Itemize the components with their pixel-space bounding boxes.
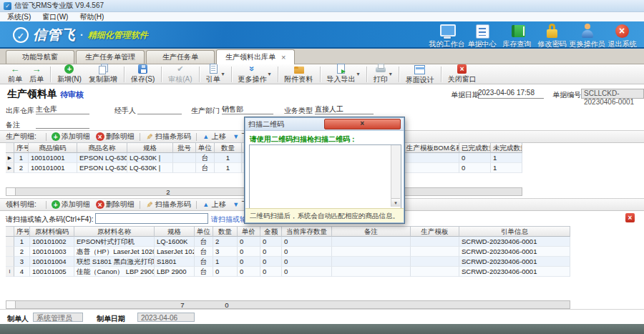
table-cell — [411, 247, 459, 257]
warehouse-field[interactable]: 主仓库 — [36, 104, 89, 114]
scrollbar[interactable] — [391, 145, 401, 207]
table-row[interactable]: 2100101003惠普（HP）LaserJet 1020LaserJet 10… — [6, 247, 570, 257]
toolbar-button-label: 附件资料 — [285, 74, 313, 84]
section1-del-button[interactable]: ×删除明细 — [96, 132, 135, 142]
section2-add-button[interactable]: +添加明细 — [52, 200, 90, 210]
table-cell: EPSON LQ-630K — [77, 163, 127, 173]
chevron-down-icon: ▾ — [268, 71, 271, 77]
doc-footer: 制单人 系统管理员 制单日期 2023-04-06 — [0, 309, 644, 325]
quick-action-desk[interactable]: 我的工作台 — [429, 23, 464, 49]
qr-textarea[interactable] — [250, 145, 393, 210]
dialog-titlebar[interactable]: 扫描二维码 × — [245, 118, 404, 131]
table-cell: 1 — [14, 153, 29, 163]
menu-item-2[interactable]: 帮助(H) — [79, 12, 104, 22]
toolbar-button-impexp[interactable]: 导入导出▾ — [325, 63, 362, 85]
table-cell: 2 — [14, 247, 30, 257]
department-field[interactable]: 销售部 — [222, 104, 273, 114]
table-row[interactable]: 3100101004联想 S1801 黑白激光打印机S1801台1000SCRW… — [6, 257, 570, 267]
handler-field[interactable] — [137, 104, 182, 114]
quick-action-user[interactable]: 更换操作员 — [570, 23, 605, 49]
table1-qty-total: 2 — [161, 188, 175, 196]
toolbar-button-prev[interactable]: ←前单 — [6, 63, 24, 85]
section2-up-button[interactable]: ▲上移 — [202, 200, 226, 210]
doc-date-value[interactable]: 2023-04-06 17:58 — [478, 89, 544, 99]
toolbar-button-save[interactable]: 保存(S) — [129, 64, 157, 85]
toolbar-button-closewin[interactable]: ×关闭窗口 — [446, 64, 479, 85]
remark-field[interactable] — [36, 119, 89, 129]
doc-status-badge: 待审核 — [60, 89, 84, 100]
list-icon — [472, 23, 492, 40]
material-detail-table: 序号原材料编码原材料名称规格单位数量单价金额当前库存数量备注生产模板引单信息11… — [6, 226, 570, 277]
toolbar-button-label: 复制新增 — [89, 74, 117, 84]
tab-close-icon[interactable]: × — [281, 54, 286, 61]
action-label: 删除明细 — [106, 200, 135, 210]
toolbar-button-label: 界面设计 — [406, 75, 434, 85]
tab-2[interactable]: 生产任务单 — [146, 50, 215, 64]
column-header: 规格 — [127, 142, 173, 153]
toolbar-button-more[interactable]: »更多操作▾ — [236, 63, 273, 85]
table-cell: 0 — [282, 267, 332, 277]
action-label: 上移 — [212, 132, 226, 142]
toolbar-button-check: ✔审核(A) — [166, 63, 194, 85]
table-row[interactable]: 1100101002EPSON针式打印机LQ-1600K台2000SCRWD-2… — [6, 237, 570, 247]
table-cell — [6, 247, 14, 257]
table-cell — [404, 163, 459, 173]
table-cell: 0 — [213, 267, 238, 277]
scan-qr-dialog: 扫描二维码 × 请使用二维码扫描枪扫描二维码： 二维码扫描后，系统会自动匹配相应… — [244, 117, 405, 224]
section2-del-button[interactable]: ×删除明细 — [96, 200, 135, 210]
menu-item-1[interactable]: 窗口(W) — [42, 12, 68, 22]
table-cell — [173, 153, 196, 163]
action-label: 添加明细 — [62, 200, 90, 210]
tab-0[interactable]: 功能导航窗 — [6, 50, 74, 64]
window-titlebar: ✓ 信管飞RMS专业版 V9.4.567 — [0, 0, 644, 12]
toolbar-button-doc[interactable]: 引单▾ — [204, 63, 227, 85]
table2-total-row: 7 0 — [6, 300, 570, 309]
dialog-close-button[interactable]: × — [324, 119, 401, 129]
qr-input-area — [249, 144, 401, 209]
toolbar-button-folder[interactable]: 附件资料 — [283, 64, 316, 85]
closewin-icon: × — [457, 64, 467, 74]
table-cell: LBP 2900 — [155, 267, 195, 277]
tab-1[interactable]: 生产任务单管理 — [76, 50, 145, 64]
column-header: 规格 — [155, 226, 195, 237]
table-cell: LaserJet 1020 — [155, 247, 195, 257]
section1-add-button[interactable]: +添加明细 — [52, 132, 90, 142]
section1-up-button[interactable]: ▲上移 — [202, 132, 226, 142]
toolbar-button-print[interactable]: 打印▾ — [371, 63, 394, 85]
chevron-down-icon: ▾ — [357, 71, 360, 77]
barcode-close-icon[interactable]: × — [625, 213, 635, 222]
add-icon: + — [64, 64, 74, 74]
more-icon: » — [248, 64, 258, 74]
column-header: 备注 — [332, 226, 411, 237]
table-cell: 0 — [260, 267, 282, 277]
toolbar-button-design[interactable]: 界面设计 — [404, 63, 436, 86]
column-header: 生产模板BOM名称 — [404, 142, 459, 153]
table-cell: 3 — [213, 247, 238, 257]
quick-action-exit[interactable]: 退出系统 — [605, 23, 640, 49]
quick-action-lock[interactable]: 修改密码 — [535, 23, 570, 49]
column-header: 已完成数量 — [459, 142, 491, 153]
barcode-input[interactable] — [95, 213, 208, 224]
column-header: 原材料编码 — [30, 226, 74, 237]
section2-scan-button[interactable]: ✎扫描条形码 — [145, 200, 191, 210]
desk-icon — [437, 23, 457, 40]
section1-scan-button[interactable]: ✎扫描条形码 — [145, 132, 191, 142]
quick-action-label: 库存查询 — [503, 39, 532, 49]
toolbar-button-label: 前单 — [8, 74, 22, 84]
toolbar-button-copy[interactable]: 复制新增 — [87, 63, 119, 85]
table-cell: EPSON LQ-630K — [77, 153, 127, 163]
menu-item-0[interactable]: 系统(S) — [7, 12, 31, 22]
column-header: 单位 — [195, 226, 213, 237]
total-indicator-cell — [6, 301, 16, 308]
biz-type-field[interactable]: 直接人工 — [315, 104, 374, 114]
tab-3[interactable]: 生产领料出库单× — [216, 49, 295, 64]
tab-label: 功能导航窗 — [22, 52, 58, 62]
table-row[interactable]: I4100101005佳能（Canon） LBP 2900+ 黑白激LBP 29… — [6, 267, 570, 277]
quick-action-list[interactable]: 单据中心 — [464, 23, 499, 49]
doc-title: 生产领料单 — [7, 88, 57, 101]
app-icon: ✓ — [4, 2, 11, 10]
quick-action-book[interactable]: 库存查询 — [499, 23, 535, 49]
column-header: 数量 — [213, 226, 238, 237]
toolbar-button-next[interactable]: →后单 — [27, 63, 46, 85]
toolbar-button-add[interactable]: +新增(N) — [55, 64, 84, 85]
